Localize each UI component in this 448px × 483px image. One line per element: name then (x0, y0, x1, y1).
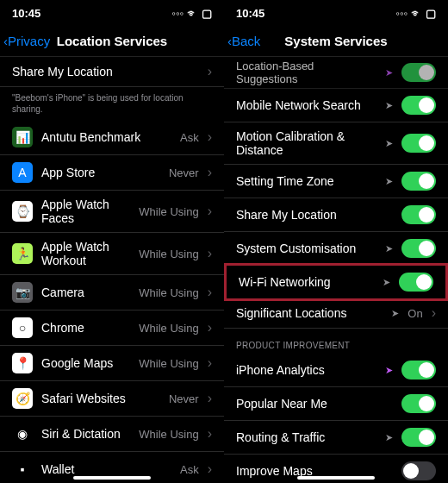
toggle-switch[interactable] (401, 394, 436, 413)
content[interactable]: Share My Location › "Beebom's iPhone" is… (0, 57, 224, 483)
row-label: Motion Calibration & Distance (236, 129, 376, 157)
toggle-switch[interactable] (401, 63, 436, 82)
row-label: Significant Locations (236, 306, 383, 320)
row-label: Google Maps (41, 356, 130, 370)
app-icon: 🧭 (12, 388, 33, 409)
row-value: Ask (180, 131, 199, 144)
toggle-switch[interactable] (399, 273, 433, 292)
chevron-right-icon: › (208, 246, 212, 261)
app-row[interactable]: ◉ Siri & Dictation While Using › (0, 417, 224, 452)
location-arrow-icon: ➤ (385, 138, 393, 149)
battery-icon: ▢ (426, 7, 436, 20)
app-row[interactable]: 📍 Google Maps While Using › (0, 346, 224, 381)
row-label: Wallet (41, 462, 171, 476)
chevron-right-icon: › (208, 285, 212, 300)
home-indicator[interactable] (297, 476, 375, 480)
app-row[interactable]: 🏃 Apple Watch Workout While Using › (0, 233, 224, 275)
location-arrow-icon: ➤ (385, 243, 393, 254)
nav-bar: ‹ Privacy Location Services (0, 26, 224, 57)
back-button[interactable]: ‹ Privacy (3, 34, 50, 48)
phone-right: 10:45 ◦◦◦ ᯤ ▢ ‹ Back System Services Loc… (224, 0, 448, 483)
row-value: On (408, 307, 422, 320)
chevron-right-icon: › (208, 129, 212, 145)
status-bar: 10:45 ◦◦◦ ᯤ ▢ (224, 0, 448, 26)
row-label: Camera (41, 285, 130, 299)
wifi-icon: ◦◦◦ ᯤ (172, 7, 198, 20)
system-service-row[interactable]: Setting Time Zone ➤ (224, 165, 448, 198)
location-arrow-icon: ➤ (385, 432, 393, 443)
chevron-right-icon: › (208, 320, 212, 336)
section-header: PRODUCT IMPROVEMENT (224, 329, 448, 354)
app-icon: A (12, 162, 33, 183)
toggle-switch[interactable] (401, 96, 436, 115)
toggle-switch[interactable] (401, 172, 436, 191)
toggle-switch[interactable] (401, 239, 436, 258)
app-icon: 🏃 (12, 243, 33, 264)
app-row[interactable]: 📊 Antutu Benchmark Ask › (0, 120, 224, 155)
product-improvement-row[interactable]: iPhone Analytics ➤ (224, 354, 448, 387)
row-value: While Using (139, 286, 198, 299)
row-label: Antutu Benchmark (41, 130, 171, 144)
app-row[interactable]: 📷 Camera While Using › (0, 275, 224, 310)
app-row[interactable]: 🧭 Safari Websites Never › (0, 381, 224, 417)
location-arrow-icon: ➤ (385, 100, 393, 111)
chevron-right-icon: › (432, 305, 436, 321)
row-label: Siri & Dictation (41, 427, 130, 441)
back-label: Privacy (8, 34, 50, 48)
nav-title: System Services (284, 34, 387, 48)
toggle-switch[interactable] (401, 205, 436, 224)
row-value: While Using (139, 248, 198, 260)
chevron-right-icon: › (208, 355, 212, 371)
system-service-row[interactable]: Mobile Network Search ➤ (224, 89, 448, 122)
row-value: While Using (139, 322, 198, 335)
chevron-right-icon: › (208, 461, 212, 477)
nav-bar: ‹ Back System Services (224, 26, 448, 57)
product-improvement-row[interactable]: Routing & Traffic ➤ (224, 421, 448, 455)
home-indicator[interactable] (73, 476, 151, 480)
location-arrow-icon: ➤ (391, 308, 399, 319)
row-label: Chrome (41, 321, 130, 335)
significant-locations-row[interactable]: Significant Locations ➤ On › (224, 298, 448, 329)
system-service-row[interactable]: System Customisation ➤ (224, 232, 448, 266)
chevron-right-icon: › (208, 165, 212, 180)
location-arrow-icon: ➤ (385, 176, 393, 187)
row-label: Share My Location (12, 65, 199, 78)
row-label: Apple Watch Faces (41, 198, 130, 225)
row-value: While Using (139, 428, 198, 441)
truncated-row[interactable]: Location-Based Suggestions ➤ (224, 57, 448, 89)
row-value: While Using (139, 357, 198, 370)
status-time: 10:45 (12, 7, 40, 20)
toggle-switch[interactable] (401, 428, 436, 447)
chevron-right-icon: › (208, 204, 212, 219)
content[interactable]: Location-Based Suggestions ➤ Mobile Netw… (224, 57, 448, 483)
system-service-row[interactable]: Share My Location (224, 198, 448, 232)
location-arrow-icon: ➤ (383, 277, 390, 288)
row-label: Share My Location (236, 208, 393, 222)
wifi-networking-row[interactable]: Wi-Fi Networking ➤ (224, 263, 448, 301)
product-improvement-row[interactable]: Popular Near Me (224, 387, 448, 421)
row-value: Never (169, 392, 199, 405)
toggle-switch[interactable] (401, 461, 436, 480)
toggle-switch[interactable] (401, 361, 436, 380)
app-row[interactable]: ⌚ Apple Watch Faces While Using › (0, 191, 224, 233)
back-button[interactable]: ‹ Back (227, 34, 260, 48)
chevron-right-icon: › (208, 426, 212, 442)
app-icon: 📍 (12, 353, 33, 373)
app-row[interactable]: A App Store Never › (0, 155, 224, 191)
row-label: Apple Watch Workout (41, 240, 130, 267)
toggle-switch[interactable] (401, 134, 436, 153)
app-icon: ◉ (12, 423, 33, 444)
location-arrow-icon: ➤ (385, 67, 393, 78)
row-label: Popular Near Me (236, 397, 393, 411)
share-location-row[interactable]: Share My Location › (0, 57, 224, 87)
row-label: Routing & Traffic (236, 430, 376, 444)
app-icon: 📊 (12, 127, 33, 147)
system-service-row[interactable]: Motion Calibration & Distance ➤ (224, 122, 448, 165)
app-row[interactable]: ○ Chrome While Using › (0, 310, 224, 346)
app-icon: ⌚ (12, 201, 33, 222)
row-value: While Using (139, 205, 198, 218)
app-icon: ○ (12, 317, 33, 338)
share-footer: "Beebom's iPhone" is being used for loca… (0, 87, 224, 120)
row-label: iPhone Analytics (236, 363, 376, 377)
phone-left: 10:45 ◦◦◦ ᯤ ▢ ‹ Privacy Location Service… (0, 0, 224, 483)
